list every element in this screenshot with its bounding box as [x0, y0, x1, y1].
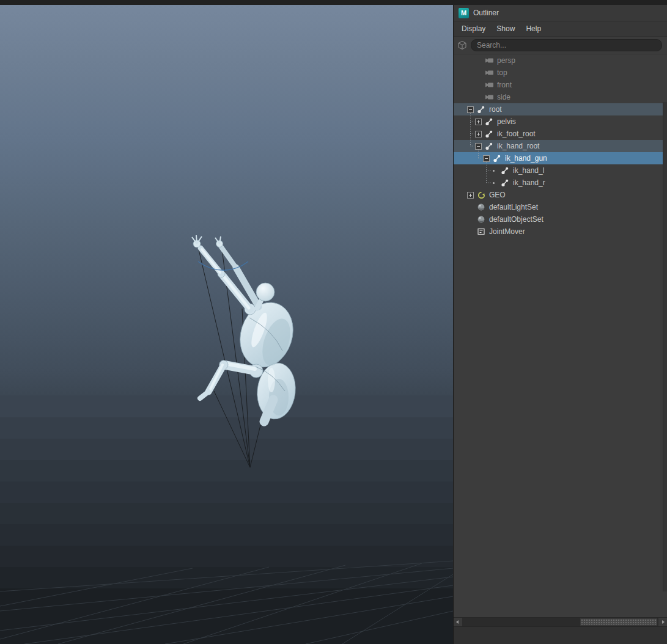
tree-row-side[interactable]: side: [454, 91, 667, 103]
expand-toggle[interactable]: [475, 119, 482, 125]
tree-item-label: persp: [497, 56, 515, 65]
collapse-toggle[interactable]: [475, 143, 482, 150]
scroll-left-button[interactable]: [454, 618, 462, 626]
joint-icon: [484, 117, 494, 126]
tree-row-pelvis[interactable]: pelvis: [454, 115, 667, 128]
search-input[interactable]: [471, 39, 662, 51]
tree-item-label: ik_hand_r: [513, 178, 545, 187]
camera-icon: [484, 92, 494, 102]
tree-item-label: ik_hand_gun: [505, 154, 547, 163]
tree-row-ik-foot-root[interactable]: ik_foot_root: [454, 128, 667, 140]
outliner-tree: persp top front side: [454, 54, 667, 617]
expand-toggle[interactable]: [467, 192, 474, 199]
maya-logo-icon: M: [459, 8, 469, 18]
tree-item-label: ik_hand_root: [497, 142, 539, 150]
panel-title: Outliner: [473, 9, 499, 17]
viewport-canvas: [0, 5, 453, 644]
outliner-search-row: [454, 37, 667, 54]
maya-window: M Outliner Display Show Help: [0, 0, 667, 644]
tree-row-front[interactable]: front: [454, 79, 667, 91]
tree-item-label: root: [489, 105, 502, 114]
vertical-scrollbar-gutter[interactable]: [663, 102, 667, 591]
joint-icon: [484, 141, 494, 151]
leaf-dot: [491, 180, 498, 186]
group-icon: [476, 190, 486, 200]
tree-item-label: JointMover: [489, 227, 525, 236]
tree-item-label: side: [497, 93, 510, 101]
tree-row-ik-hand-gun[interactable]: ik_hand_gun: [454, 152, 667, 164]
camera-icon: [484, 56, 494, 65]
tree-item-label: ik_hand_l: [513, 166, 544, 175]
panel-footer: [454, 626, 667, 644]
tree-row-default-object-set[interactable]: defaultObjectSet: [454, 213, 667, 225]
joint-icon: [476, 104, 486, 114]
tree-row-ik-hand-l[interactable]: ik_hand_l: [454, 164, 667, 177]
tree-item-label: GEO: [489, 191, 506, 199]
menu-help[interactable]: Help: [520, 21, 547, 36]
tree-row-jointmover[interactable]: JointMover: [454, 225, 667, 238]
set-icon: [476, 214, 486, 224]
tree-item-label: pelvis: [497, 117, 516, 126]
camera-icon: [484, 80, 494, 90]
tree-item-label: front: [497, 81, 512, 89]
tree-row-ik-hand-root[interactable]: ik_hand_root: [454, 140, 667, 152]
horizontal-scrollbar: [454, 617, 667, 626]
camera-icon: [484, 68, 494, 78]
joint-icon: [484, 129, 494, 139]
tree-item-label: defaultObjectSet: [489, 215, 544, 224]
ground-grid: [0, 561, 453, 644]
expand-toggle[interactable]: [475, 131, 482, 137]
outliner-menubar: Display Show Help: [454, 21, 667, 37]
selected-ik-control-curve: [198, 262, 248, 270]
outliner-panel: M Outliner Display Show Help: [453, 5, 667, 644]
3d-viewport[interactable]: [0, 5, 454, 644]
joint-icon: [500, 166, 510, 175]
tree-item-label: defaultLightSet: [489, 203, 538, 211]
tree-row-persp[interactable]: persp: [454, 54, 667, 67]
tree-row-root[interactable]: root: [454, 103, 667, 115]
tree-row-geo[interactable]: GEO: [454, 189, 667, 201]
filter-cube-icon[interactable]: [457, 40, 468, 51]
jointmover-icon: [476, 227, 486, 236]
leaf-dot: [491, 167, 498, 174]
set-icon: [476, 202, 486, 212]
tree-item-label: top: [497, 68, 507, 77]
joint-icon: [500, 178, 510, 188]
menu-show[interactable]: Show: [491, 21, 520, 36]
tree-row-top[interactable]: top: [454, 67, 667, 79]
outliner-titlebar[interactable]: M Outliner: [454, 5, 667, 21]
scrollbar-track[interactable]: [462, 618, 658, 626]
collapse-toggle[interactable]: [467, 106, 474, 113]
scroll-right-button[interactable]: [658, 618, 667, 626]
tree-row-default-light-set[interactable]: defaultLightSet: [454, 201, 667, 213]
tree-item-label: ik_foot_root: [497, 130, 536, 138]
joint-icon: [492, 153, 502, 163]
tree-row-ik-hand-r[interactable]: ik_hand_r: [454, 177, 667, 189]
menu-display[interactable]: Display: [456, 21, 491, 36]
scrollbar-thumb[interactable]: [580, 618, 657, 626]
collapse-toggle[interactable]: [483, 155, 490, 162]
